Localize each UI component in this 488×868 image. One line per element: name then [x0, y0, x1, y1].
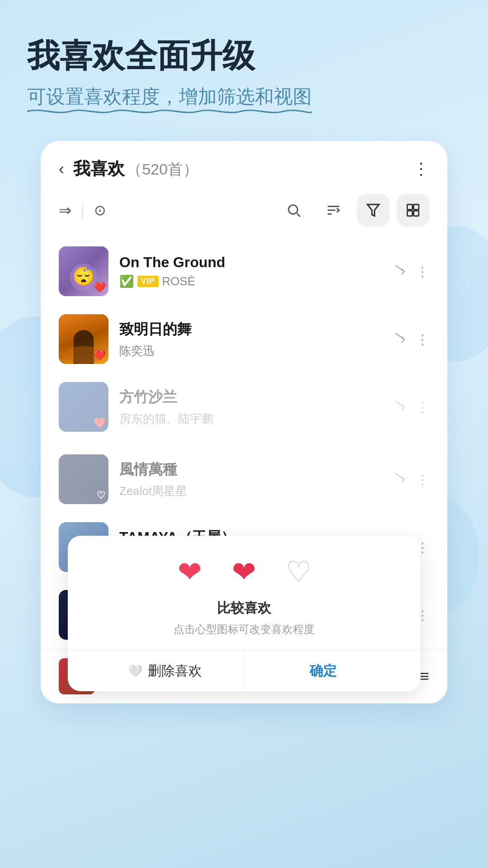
love-rating-popup: ❤ ❤ ♡ 比较喜欢 点击心型图标可改变喜欢程度 🤍 删除喜欢 确定 — [68, 536, 420, 691]
add-icon — [393, 263, 407, 277]
song-artist: 陈奕迅 — [119, 343, 382, 359]
heart-indicator: ❤️ — [94, 417, 106, 429]
song-item: ❤️ 方竹沙兰 房东的猫、陆宇鹏 — [41, 373, 447, 441]
song-more-button[interactable]: ⋮ — [416, 331, 429, 347]
page-container: 我喜欢全面升级 可设置喜欢程度，增加筛选和视图 ‹ 我喜欢 （520首） ⋮ — [0, 0, 488, 703]
grid-icon — [405, 203, 421, 218]
playlist-title: 我喜欢 （520首） — [73, 157, 198, 180]
sort-icon — [326, 203, 341, 218]
song-list: 😴 ❤️ On The Ground ✅ VIP ROSÉ — [41, 237, 447, 703]
add-icon — [393, 471, 407, 485]
toolbar: ⇒ ⊙ — [41, 189, 447, 237]
filter-icon — [366, 203, 381, 218]
artist-name: ROSÉ — [162, 274, 196, 288]
song-item[interactable]: ❤️ 致明日的舞 陈奕迅 ⋮ — [41, 305, 447, 373]
clock-button[interactable]: ⊙ — [94, 202, 106, 219]
add-to-list-button[interactable] — [393, 263, 407, 280]
shuffle-button[interactable]: ⇒ — [59, 201, 71, 219]
search-button[interactable] — [277, 194, 310, 226]
song-cover: ❤️ — [59, 314, 108, 364]
heart-2-button[interactable]: ❤ — [226, 554, 262, 590]
heart-1-button[interactable]: ❤ — [172, 554, 208, 590]
popup-hint: 点击心型图标可改变喜欢程度 — [86, 622, 402, 637]
playlist-count: （520首） — [127, 160, 198, 178]
toolbar-left: ⇒ ⊙ — [59, 201, 267, 219]
page-subtitle: 可设置喜欢程度，增加筛选和视图 — [27, 84, 312, 109]
vip-badge: VIP — [137, 276, 159, 287]
song-title: On The Ground — [119, 254, 382, 271]
add-to-list-button — [393, 399, 407, 415]
sort-button[interactable] — [317, 194, 350, 226]
song-cover: ❤️ — [59, 382, 108, 432]
playlist-button[interactable]: ≡ — [420, 667, 429, 686]
song-info: 致明日的舞 陈奕迅 — [119, 320, 382, 359]
subtitle-underline — [27, 108, 312, 115]
popup-label: 比较喜欢 — [86, 599, 402, 618]
svg-line-1 — [297, 213, 300, 217]
heart-indicator: ❤️ — [94, 349, 106, 361]
songs-below-popup: ♡ 風情萬種 Zealot周星星 ⋮ — [41, 445, 447, 513]
heart-delete-icon: 🤍 — [128, 664, 142, 678]
header-section: 我喜欢全面升级 可设置喜欢程度，增加筛选和视图 — [0, 36, 488, 118]
filter-button[interactable] — [357, 194, 389, 226]
song-more-button[interactable]: ⋮ — [416, 264, 429, 279]
svg-rect-7 — [413, 205, 418, 210]
song-actions: ⋮ — [393, 471, 429, 488]
song-info: On The Ground ✅ VIP ROSÉ — [119, 254, 382, 288]
delete-like-button[interactable]: 🤍 删除喜欢 — [86, 651, 244, 691]
svg-rect-9 — [413, 211, 418, 216]
song-artist: ✅ VIP ROSÉ — [119, 274, 382, 288]
song-more-button: ⋮ — [416, 472, 429, 487]
song-info: 方竹沙兰 房东的猫、陆宇鹏 — [119, 387, 382, 427]
artist-name: Zealot周星星 — [119, 483, 187, 499]
song-actions: ⋮ — [393, 263, 429, 280]
svg-marker-5 — [367, 205, 379, 217]
more-options-button[interactable]: ⋮ — [413, 160, 429, 179]
card-header: ‹ 我喜欢 （520首） ⋮ — [41, 141, 447, 189]
back-button[interactable]: ‹ — [59, 160, 64, 179]
confirm-button[interactable]: 确定 — [244, 651, 403, 691]
song-actions: ⋮ — [393, 399, 429, 415]
svg-rect-8 — [407, 211, 412, 216]
hearts-row: ❤ ❤ ♡ — [86, 554, 402, 590]
music-app-card: ‹ 我喜欢 （520首） ⋮ ⇒ ⊙ — [41, 141, 447, 703]
song-actions: ⋮ — [393, 331, 429, 348]
add-to-list-button — [393, 471, 407, 488]
heart-indicator: ❤️ — [94, 282, 106, 293]
toolbar-right — [277, 194, 429, 226]
header-left: ‹ 我喜欢 （520首） — [59, 157, 198, 180]
heart-3-button[interactable]: ♡ — [280, 554, 316, 590]
song-artist: 房东的猫、陆宇鹏 — [119, 411, 382, 427]
confirm-label: 确定 — [310, 662, 337, 680]
add-icon — [393, 399, 407, 412]
song-artist: Zealot周星星 — [119, 483, 382, 499]
artist-name: 房东的猫、陆宇鹏 — [119, 411, 213, 427]
svg-rect-6 — [407, 205, 412, 210]
song-item: ♡ 風情萬種 Zealot周星星 ⋮ — [41, 445, 447, 513]
heart-indicator: ♡ — [97, 490, 106, 501]
grid-view-button[interactable] — [397, 194, 429, 226]
verified-icon: ✅ — [119, 274, 134, 288]
song-item[interactable]: 😴 ❤️ On The Ground ✅ VIP ROSÉ — [41, 237, 447, 305]
delete-label: 删除喜欢 — [148, 662, 202, 680]
song-title: 致明日的舞 — [119, 320, 382, 340]
artist-name: 陈奕迅 — [119, 343, 155, 359]
song-title: 風情萬種 — [119, 460, 382, 480]
popup-actions: 🤍 删除喜欢 确定 — [86, 651, 402, 691]
search-icon — [286, 203, 301, 218]
add-icon — [393, 331, 407, 344]
song-cover: ♡ — [59, 454, 108, 504]
song-info: 風情萬種 Zealot周星星 — [119, 460, 382, 499]
song-more-button: ⋮ — [416, 399, 429, 415]
add-to-list-button[interactable] — [393, 331, 407, 348]
song-cover: 😴 ❤️ — [59, 246, 108, 296]
svg-point-0 — [289, 205, 298, 214]
song-title: 方竹沙兰 — [119, 387, 382, 407]
popup-container: ❤️ 方竹沙兰 房东的猫、陆宇鹏 — [41, 373, 447, 513]
playlist-name: 我喜欢 — [73, 159, 125, 178]
page-title: 我喜欢全面升级 — [27, 36, 461, 75]
toolbar-divider — [82, 202, 83, 218]
